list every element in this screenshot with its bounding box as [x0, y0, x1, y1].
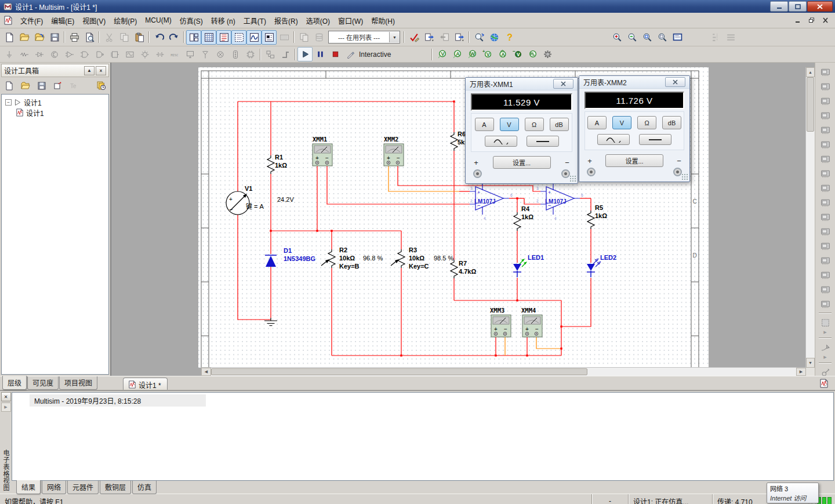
labview-dropdown-icon[interactable]: ▶ — [823, 330, 826, 336]
grapher-button[interactable] — [246, 30, 262, 45]
toolbox-tab-hierarchy[interactable]: 层级 — [2, 376, 27, 390]
dialog-titlebar[interactable]: 万用表-XMM1 — [466, 78, 578, 90]
fullscreen-button[interactable] — [670, 30, 685, 45]
probe-diff-voltage-button[interactable]: +V — [480, 47, 495, 61]
dialog-titlebar[interactable]: 万用表-XMM2 — [579, 76, 689, 89]
probe-digital-button[interactable] — [525, 47, 540, 61]
menu-reports[interactable]: 报告(R) — [270, 14, 302, 27]
menu-view[interactable]: 视图(V) — [78, 14, 110, 27]
resize-grip[interactable] — [569, 175, 576, 182]
group-ttl-button[interactable] — [77, 47, 92, 61]
positive-terminal[interactable] — [587, 168, 596, 176]
iv-analyzer-button[interactable] — [817, 210, 833, 224]
group-rf-button[interactable] — [198, 47, 213, 61]
group-sources-button[interactable] — [2, 47, 17, 61]
dc-mode-button[interactable] — [639, 134, 671, 145]
description-box-toggle[interactable] — [262, 30, 277, 45]
labview-instrument-button[interactable] — [817, 316, 833, 329]
group-power-button[interactable] — [153, 47, 168, 61]
agilent-oscilloscope-button[interactable] — [817, 297, 833, 311]
probe-voltage-ref-button[interactable]: −V — [510, 47, 525, 61]
schematic-canvas[interactable]: C D — [111, 63, 815, 376]
maximize-button[interactable] — [789, 1, 807, 12]
tree-sheet-item[interactable]: 设计1 — [16, 107, 107, 118]
scroll-left-icon[interactable]: ◀ — [201, 368, 211, 376]
menu-mcu[interactable]: MCU(M) — [141, 14, 175, 26]
tab-nets[interactable]: 网络 — [42, 481, 66, 494]
agilent-function-generator-button[interactable] — [817, 268, 833, 282]
toolbox-save-button[interactable] — [34, 78, 49, 93]
menu-help[interactable]: 帮助(H) — [367, 14, 399, 27]
save-button[interactable] — [47, 30, 62, 45]
panel-close-icon[interactable]: x — [96, 66, 106, 75]
bus-button[interactable] — [278, 47, 293, 61]
menu-tools[interactable]: 工具(T) — [239, 14, 270, 27]
resize-grip[interactable] — [681, 173, 688, 180]
scroll-down-icon[interactable]: ▼ — [806, 358, 815, 368]
interactive-mode-label[interactable]: Interactive — [359, 50, 391, 59]
tab-results[interactable]: 结果 — [16, 480, 41, 494]
zoom-out-button[interactable] — [625, 30, 640, 45]
probe-current-button[interactable]: A — [449, 47, 464, 61]
volt-mode-button[interactable]: V — [500, 118, 519, 131]
ampere-mode-button[interactable]: A — [587, 116, 607, 129]
ampere-mode-button[interactable]: A — [475, 118, 494, 131]
panel-collapse-icon[interactable]: ▲ — [84, 66, 95, 75]
ladder-diagram-toggle[interactable] — [231, 30, 246, 45]
pause-button[interactable] — [313, 47, 328, 61]
zoom-in-button[interactable] — [609, 30, 625, 45]
current-clamp-button[interactable] — [817, 365, 833, 376]
group-indicator-button[interactable] — [137, 47, 153, 61]
paste-button[interactable] — [132, 30, 147, 45]
run-button[interactable] — [297, 47, 313, 61]
erc-check-button[interactable] — [406, 30, 422, 45]
menu-edit[interactable]: 编辑(E) — [47, 14, 78, 27]
redo-button[interactable] — [166, 30, 181, 45]
menu-window[interactable]: 窗口(W) — [334, 14, 367, 27]
word-generator-button[interactable] — [817, 166, 833, 180]
spreadsheet-view-toggle[interactable] — [201, 30, 216, 45]
toolbox-snapshot-button[interactable] — [93, 78, 108, 93]
dc-mode-button[interactable] — [527, 136, 559, 147]
panel-close-icon[interactable]: ✕ — [1, 392, 11, 401]
dialog-close-icon[interactable] — [553, 79, 573, 89]
network-analyzer-button[interactable] — [817, 253, 833, 267]
probe-voltage-current-button[interactable]: A — [495, 47, 510, 61]
frequency-counter-button[interactable] — [817, 152, 833, 166]
results-area[interactable]: Multisim - 2019年9月23日, 8:15:28 — [12, 392, 834, 481]
toolbox-new-button[interactable] — [2, 78, 17, 93]
db-mode-button[interactable]: dB — [662, 116, 681, 129]
ni-elvis-dropdown-icon[interactable]: ▶ — [823, 355, 826, 361]
logic-converter-button[interactable] — [817, 181, 833, 195]
sheet-list-icon[interactable] — [816, 376, 832, 390]
help-button[interactable]: ? — [502, 30, 517, 45]
mdi-close-icon[interactable] — [819, 16, 832, 26]
negative-terminal[interactable] — [673, 168, 682, 176]
schematic-sheet[interactable]: C D — [111, 63, 807, 368]
group-mcu-button[interactable] — [243, 47, 258, 61]
open-sample-button[interactable] — [32, 30, 47, 45]
group-basic-button[interactable] — [17, 47, 32, 61]
agilent-multimeter-button[interactable] — [817, 282, 833, 296]
menu-place[interactable]: 绘制(P) — [110, 14, 141, 27]
volt-mode-button[interactable]: V — [612, 116, 631, 129]
four-channel-oscilloscope-button[interactable] — [817, 123, 833, 137]
hierarchical-block-button[interactable] — [263, 47, 278, 61]
scroll-up-icon[interactable]: ▲ — [806, 67, 815, 77]
undo-button[interactable] — [151, 30, 166, 45]
group-cmos-button[interactable] — [92, 47, 107, 61]
negative-terminal[interactable] — [561, 169, 570, 178]
stop-button[interactable] — [328, 47, 343, 61]
interactive-mode-icon[interactable] — [343, 47, 358, 61]
transfer-export-button[interactable] — [422, 30, 437, 45]
tab-components[interactable]: 元器件 — [67, 481, 99, 494]
spice-netlist-toggle[interactable] — [216, 30, 231, 45]
spectrum-analyzer-button[interactable] — [817, 239, 833, 253]
ni-elvis-button[interactable] — [817, 340, 833, 354]
settings-button[interactable]: 设置... — [493, 156, 551, 169]
positive-terminal[interactable] — [473, 169, 482, 178]
new-button[interactable] — [2, 30, 17, 45]
education-web-button[interactable] — [487, 30, 502, 45]
horizontal-scroll-thumb[interactable] — [211, 368, 587, 375]
simulation-log-row[interactable]: Multisim - 2019年9月23日, 8:15:28 — [30, 394, 206, 407]
